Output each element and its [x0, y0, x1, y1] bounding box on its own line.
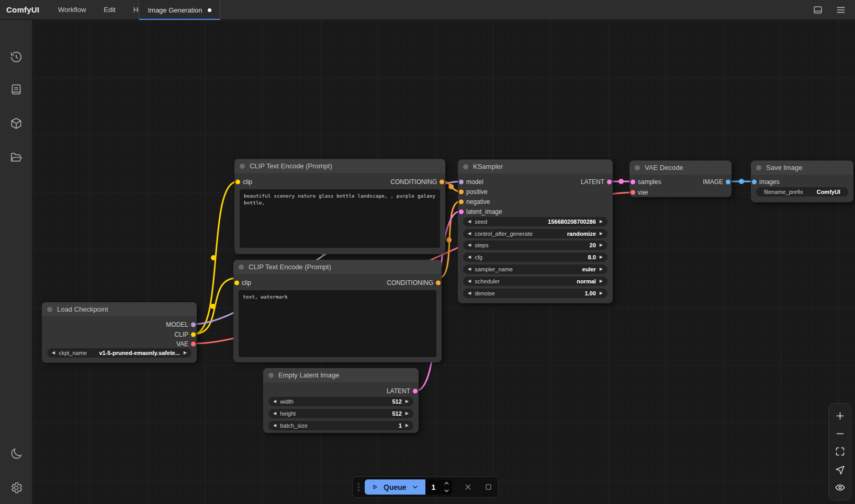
- collapse-dot[interactable]: [47, 307, 52, 312]
- node-title-bar[interactable]: CLIP Text Encode (Prompt): [234, 159, 445, 173]
- node-clip-text-encode-negative[interactable]: CLIP Text Encode (Prompt) clip CONDITION…: [233, 260, 442, 362]
- increment-batch-icon[interactable]: [444, 480, 449, 486]
- collapse-dot[interactable]: [268, 373, 274, 378]
- decrement-arrow-icon[interactable]: ◀: [468, 267, 471, 271]
- collapse-dot[interactable]: [756, 165, 761, 170]
- prompt-textarea[interactable]: beautiful scenery nature glass bottle la…: [240, 189, 440, 248]
- node-load-checkpoint[interactable]: Load Checkpoint MODEL CLIP VAE ◀ ckpt_na…: [42, 302, 197, 363]
- output-port-image[interactable]: [726, 179, 730, 184]
- clear-queue-icon[interactable]: [464, 483, 473, 491]
- node-clip-text-encode-positive[interactable]: CLIP Text Encode (Prompt) clip CONDITION…: [234, 159, 445, 254]
- widget-denoise[interactable]: ◀ denoise 1.00 ▶: [463, 289, 608, 298]
- settings-gear-icon[interactable]: [9, 481, 23, 495]
- increment-arrow-icon[interactable]: ▶: [184, 351, 187, 355]
- menu-workflow[interactable]: Workflow: [58, 6, 86, 14]
- widget-height[interactable]: ◀ height 512 ▶: [268, 409, 413, 418]
- tab-image-generation[interactable]: Image Generation: [139, 0, 220, 20]
- drag-handle-icon[interactable]: [358, 483, 359, 491]
- node-save-image[interactable]: Save Image images filename_prefix ComfyU…: [751, 161, 853, 202]
- input-port-vae[interactable]: [631, 190, 635, 194]
- decrement-arrow-icon[interactable]: ◀: [468, 291, 471, 295]
- node-vae-decode[interactable]: VAE Decode samples IMAGE vae: [629, 161, 732, 197]
- decrement-arrow-icon[interactable]: ◀: [273, 411, 276, 416]
- increment-arrow-icon[interactable]: ▶: [600, 279, 603, 283]
- fit-view-icon[interactable]: [835, 446, 846, 457]
- decrement-arrow-icon[interactable]: ◀: [273, 423, 276, 428]
- input-port-model[interactable]: [459, 179, 464, 184]
- decrement-arrow-icon[interactable]: ◀: [468, 255, 471, 259]
- widget-seed[interactable]: ◀ seed 156680208700286 ▶: [463, 217, 608, 226]
- widget-steps[interactable]: ◀ steps 20 ▶: [463, 240, 608, 250]
- input-port-negative[interactable]: [459, 199, 464, 204]
- collapse-dot[interactable]: [239, 265, 244, 270]
- zoom-out-icon[interactable]: [835, 428, 846, 439]
- select-mode-icon[interactable]: [835, 464, 846, 475]
- decrement-arrow-icon[interactable]: ◀: [468, 220, 471, 224]
- widget-batch-size[interactable]: ◀ batch_size 1 ▶: [268, 421, 413, 430]
- decrement-batch-icon[interactable]: [444, 488, 449, 494]
- increment-arrow-icon[interactable]: ▶: [600, 255, 603, 259]
- decrement-arrow-icon[interactable]: ◀: [52, 351, 55, 355]
- node-title-bar[interactable]: Save Image: [751, 161, 853, 175]
- widget-sampler-name[interactable]: ◀ sampler_name euler ▶: [463, 265, 608, 274]
- toggle-link-visibility-eye-icon[interactable]: [835, 482, 846, 493]
- model-library-icon[interactable]: [9, 117, 23, 130]
- node-title-bar[interactable]: Load Checkpoint: [42, 302, 197, 316]
- menu-edit[interactable]: Edit: [104, 6, 115, 14]
- collapse-dot[interactable]: [635, 165, 640, 170]
- toggle-panel-icon[interactable]: [812, 4, 824, 16]
- node-title: CLIP Text Encode (Prompt): [249, 263, 331, 271]
- widget-cfg[interactable]: ◀ cfg 8.0 ▶: [463, 253, 608, 262]
- chevron-down-icon[interactable]: [411, 483, 419, 491]
- node-canvas[interactable]: [32, 20, 855, 504]
- increment-arrow-icon[interactable]: ▶: [600, 291, 603, 295]
- output-port-model[interactable]: [191, 322, 196, 327]
- stop-icon[interactable]: [484, 483, 493, 491]
- node-empty-latent-image[interactable]: Empty Latent Image LATENT ◀ width 512 ▶ …: [263, 368, 419, 433]
- node-title-bar[interactable]: CLIP Text Encode (Prompt): [233, 260, 442, 274]
- zoom-in-icon[interactable]: [835, 410, 846, 421]
- widget-filename-prefix[interactable]: filename_prefix ComfyUI: [756, 187, 848, 197]
- output-port-vae[interactable]: [191, 341, 196, 346]
- widget-scheduler[interactable]: ◀ scheduler normal ▶: [463, 277, 608, 286]
- decrement-arrow-icon[interactable]: ◀: [273, 399, 276, 404]
- output-port-conditioning[interactable]: [436, 280, 441, 285]
- queue-log-icon[interactable]: [9, 83, 23, 96]
- prompt-textarea[interactable]: text, watermark: [239, 290, 436, 357]
- collapse-dot[interactable]: [240, 164, 245, 169]
- widget-control-after-generate[interactable]: ◀ control_after_generate randomize ▶: [463, 229, 608, 238]
- history-icon[interactable]: [9, 50, 23, 64]
- theme-toggle-moon-icon[interactable]: [9, 447, 23, 461]
- batch-count-input[interactable]: 1: [425, 479, 453, 495]
- node-title-bar[interactable]: Empty Latent Image: [263, 368, 419, 382]
- increment-arrow-icon[interactable]: ▶: [600, 267, 603, 271]
- increment-arrow-icon[interactable]: ▶: [600, 232, 603, 236]
- collapse-dot[interactable]: [463, 164, 468, 169]
- node-title-bar[interactable]: KSampler: [458, 159, 613, 174]
- input-port-positive[interactable]: [459, 189, 464, 194]
- output-port-clip[interactable]: [191, 332, 196, 337]
- increment-arrow-icon[interactable]: ▶: [600, 220, 603, 224]
- queue-button[interactable]: Queue: [365, 479, 425, 495]
- decrement-arrow-icon[interactable]: ◀: [468, 243, 471, 247]
- increment-arrow-icon[interactable]: ▶: [600, 243, 603, 247]
- output-port-conditioning[interactable]: [440, 179, 444, 184]
- node-ksampler[interactable]: KSampler model LATENT positive negative …: [458, 159, 613, 303]
- increment-arrow-icon[interactable]: ▶: [406, 411, 409, 416]
- increment-arrow-icon[interactable]: ▶: [406, 399, 409, 404]
- workflows-folder-icon[interactable]: [9, 151, 23, 164]
- input-port-clip[interactable]: [235, 179, 240, 184]
- decrement-arrow-icon[interactable]: ◀: [468, 279, 471, 283]
- output-port-latent[interactable]: [607, 179, 612, 184]
- input-port-latent-image[interactable]: [459, 209, 464, 214]
- input-port-images[interactable]: [752, 179, 757, 184]
- increment-arrow-icon[interactable]: ▶: [406, 423, 409, 428]
- widget-width[interactable]: ◀ width 512 ▶: [268, 397, 413, 406]
- decrement-arrow-icon[interactable]: ◀: [468, 232, 471, 236]
- hamburger-menu-icon[interactable]: [835, 4, 847, 16]
- input-port-samples[interactable]: [631, 179, 635, 184]
- node-title-bar[interactable]: VAE Decode: [629, 161, 732, 175]
- input-port-clip[interactable]: [234, 280, 239, 285]
- output-port-latent[interactable]: [413, 388, 418, 393]
- widget-ckpt-name[interactable]: ◀ ckpt_name v1-5-pruned-emaonly.safete..…: [47, 348, 192, 358]
